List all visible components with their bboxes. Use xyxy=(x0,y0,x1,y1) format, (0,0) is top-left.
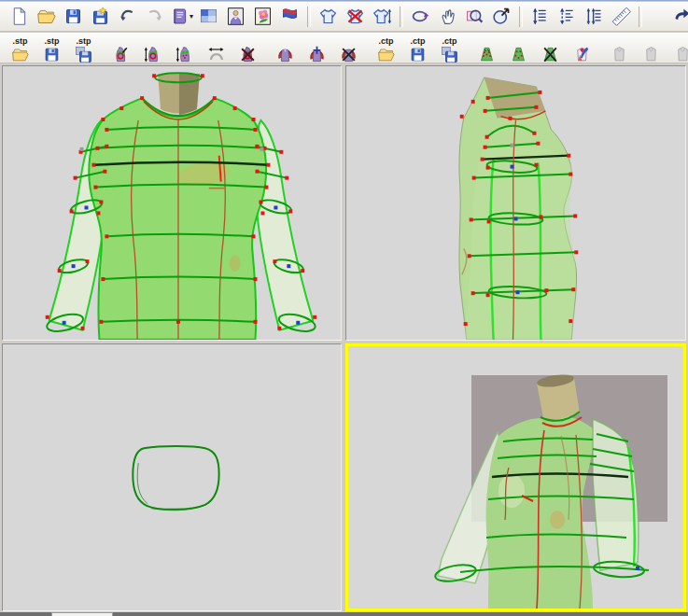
top-view-canvas[interactable] xyxy=(3,344,341,610)
torso-arms-plus-icon xyxy=(308,46,326,63)
model-height-points-button[interactable] xyxy=(171,33,198,64)
horizontal-scrollbar[interactable] xyxy=(0,612,688,616)
ruler-tool-button[interactable] xyxy=(609,4,634,29)
viewport-perspective-active[interactable] xyxy=(345,343,686,611)
cloth-constraints-button[interactable] xyxy=(473,33,500,64)
toolbar-separator xyxy=(400,7,403,27)
garment-dimensions-button[interactable] xyxy=(370,4,395,29)
style-book-button[interactable]: ▾ xyxy=(169,4,194,29)
open-file-button[interactable] xyxy=(34,4,59,29)
save-as-ctp-button[interactable]: .ctp xyxy=(436,33,463,64)
perspective-view-canvas[interactable] xyxy=(348,346,683,609)
measure-widths-button[interactable] xyxy=(582,4,607,29)
flag-tool-button[interactable] xyxy=(277,4,302,29)
floppy-star-icon xyxy=(91,7,110,26)
add-pose-button[interactable] xyxy=(303,33,330,64)
window-quadrants-icon xyxy=(199,7,218,26)
redo-button[interactable] xyxy=(142,4,167,29)
mannequin-x-icon xyxy=(239,46,257,63)
new-document-button[interactable] xyxy=(7,4,32,29)
save-ctp-button[interactable]: .ctp xyxy=(404,33,431,64)
save-stp-button[interactable]: .stp xyxy=(38,33,65,64)
file-format-label: .stp xyxy=(44,37,59,46)
garment-feather-icon xyxy=(573,46,591,63)
arch-harrow-icon xyxy=(207,46,225,63)
viewport-side[interactable] xyxy=(345,65,686,341)
front-view-canvas[interactable] xyxy=(3,66,341,340)
file-format-label: .ctp xyxy=(442,37,456,46)
morph-model-button[interactable] xyxy=(107,33,134,64)
zoom-box-icon xyxy=(465,7,484,26)
folder-open-icon xyxy=(36,7,56,26)
viewport-top[interactable] xyxy=(2,343,342,611)
undo-button[interactable] xyxy=(115,4,140,29)
measure-lines-icon xyxy=(530,7,550,26)
measure-lines-double-icon xyxy=(584,7,604,26)
model-width-button[interactable] xyxy=(203,33,230,64)
zoom-fit-button[interactable] xyxy=(489,4,514,29)
rotate-view-button[interactable] xyxy=(408,4,433,29)
toolbar-separator xyxy=(307,7,311,27)
cone-x-icon xyxy=(541,46,559,63)
split-window-button[interactable] xyxy=(196,4,221,29)
dropdown-arrow-icon[interactable]: ▾ xyxy=(190,12,193,21)
side-view-canvas[interactable] xyxy=(346,66,685,340)
open-stp-button[interactable]: .stp xyxy=(7,33,34,64)
curved-arrow-icon xyxy=(673,7,688,26)
mannequin-varrow-icon xyxy=(144,46,161,63)
garment-gray-icon xyxy=(611,46,628,63)
model-frame-icon xyxy=(226,7,246,26)
hand-icon xyxy=(438,7,457,26)
cloth-points-button[interactable] xyxy=(505,33,532,64)
delete-garment-button[interactable] xyxy=(343,4,368,29)
model-window-button[interactable] xyxy=(223,4,248,29)
delete-cloth-button[interactable] xyxy=(537,33,564,64)
open-ctp-button[interactable]: .ctp xyxy=(372,33,400,64)
zoom-extents-icon xyxy=(492,7,512,26)
save-special-button[interactable] xyxy=(88,4,113,29)
drape-cloth-button[interactable] xyxy=(569,33,596,64)
save-as-stp-button[interactable]: .stp xyxy=(70,33,97,64)
cone-dots-pins-icon xyxy=(478,46,496,63)
file-format-label: .stp xyxy=(12,37,27,46)
redo-arrow-icon xyxy=(145,7,164,26)
model-height-button[interactable] xyxy=(139,33,166,64)
simulate-step-1-button xyxy=(606,33,633,64)
texture-window-button[interactable] xyxy=(250,4,275,29)
garment-front xyxy=(89,98,266,340)
measure-lines-dashed-icon xyxy=(557,7,577,26)
simulate-step-3-button xyxy=(669,33,688,64)
undo-arrow-icon xyxy=(118,7,137,26)
torso-arms-icon xyxy=(276,46,294,63)
toolbar-separator xyxy=(519,7,523,27)
toolbar-separator xyxy=(639,7,642,27)
delete-morph-button[interactable] xyxy=(234,33,261,64)
measure-heights-dashed-button[interactable] xyxy=(555,4,580,29)
cone-dots-icon xyxy=(510,46,527,63)
tshirt-x-icon xyxy=(345,7,365,26)
show-garment-button[interactable] xyxy=(316,4,341,29)
delete-pose-button[interactable] xyxy=(335,33,362,64)
measure-tape-button[interactable] xyxy=(670,4,688,29)
scrollbar-thumb[interactable] xyxy=(51,612,113,616)
folder-open-icon xyxy=(377,46,395,63)
file-format-label: .ctp xyxy=(378,37,393,46)
ruler-icon xyxy=(611,7,631,26)
application-window: ▾ .stp.stp.stp.ctp.ctp.ctp xyxy=(0,0,688,616)
folder-open-icon xyxy=(11,46,29,63)
measure-heights-button[interactable] xyxy=(527,4,553,29)
flag-icon xyxy=(280,7,300,26)
file-morph-toolbar: .stp.stp.stp.ctp.ctp.ctp xyxy=(0,33,688,63)
zoom-window-button[interactable] xyxy=(462,4,487,29)
simulate-step-2-button xyxy=(638,33,665,64)
mannequin-check-icon xyxy=(112,46,130,63)
floppy-icon xyxy=(409,46,427,63)
file-format-label: .stp xyxy=(76,37,91,46)
file-format-label: .ctp xyxy=(410,37,425,46)
tshirt-icon xyxy=(318,7,338,26)
save-file-button[interactable] xyxy=(61,4,86,29)
tshirt-measure-icon xyxy=(372,7,392,26)
pan-view-button[interactable] xyxy=(435,4,460,29)
pose-arms-button[interactable] xyxy=(272,33,299,64)
viewport-front[interactable] xyxy=(2,65,342,341)
